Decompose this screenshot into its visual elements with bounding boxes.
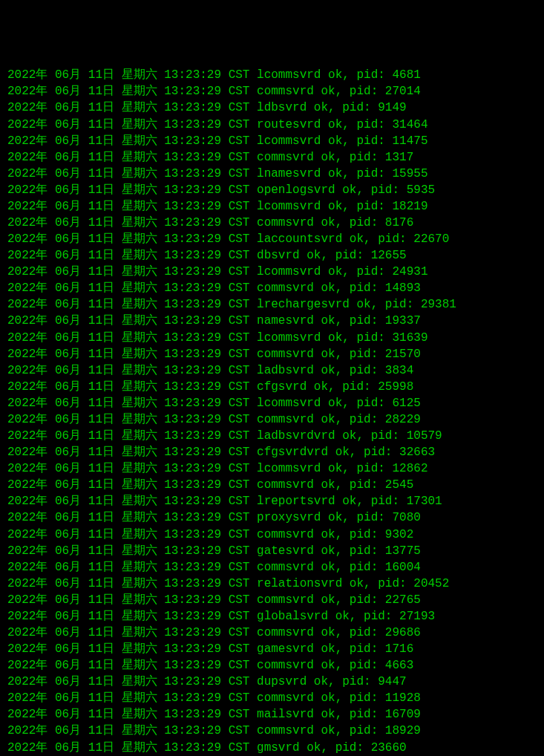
log-line: 2022年 06月 11日 星期六 13:23:29 CST mailsvrd … bbox=[7, 706, 537, 723]
log-line: 2022年 06月 11日 星期六 13:23:29 CST commsvrd … bbox=[7, 149, 537, 166]
log-line: 2022年 06月 11日 星期六 13:23:29 CST lcommsvrd… bbox=[7, 395, 537, 411]
log-line: 2022年 06月 11日 星期六 13:23:29 CST commsvrd … bbox=[7, 559, 537, 576]
log-line: 2022年 06月 11日 星期六 13:23:29 CST commsvrd … bbox=[7, 527, 537, 543]
log-line: 2022年 06月 11日 星期六 13:23:29 CST commsvrd … bbox=[7, 690, 537, 706]
log-line: 2022年 06月 11日 星期六 13:23:29 CST lnamesvrd… bbox=[7, 166, 537, 182]
log-line: 2022年 06月 11日 星期六 13:23:29 CST lrecharge… bbox=[7, 296, 537, 313]
log-line: 2022年 06月 11日 星期六 13:23:29 CST laccounts… bbox=[7, 231, 537, 247]
log-line: 2022年 06月 11日 星期六 13:23:29 CST namesvrd … bbox=[7, 313, 537, 329]
log-line: 2022年 06月 11日 星期六 13:23:29 CST routesvrd… bbox=[7, 117, 537, 133]
log-line: 2022年 06月 11日 星期六 13:23:29 CST commsvrd … bbox=[7, 83, 537, 100]
log-line: 2022年 06月 11日 星期六 13:23:29 CST commsvrd … bbox=[7, 215, 537, 231]
log-line: 2022年 06月 11日 星期六 13:23:29 CST proxysvrd… bbox=[7, 509, 537, 526]
log-line: 2022年 06月 11日 星期六 13:23:29 CST commsvrd … bbox=[7, 723, 537, 739]
log-line: 2022年 06月 11日 星期六 13:23:29 CST gatesvrd … bbox=[7, 543, 537, 559]
log-line: 2022年 06月 11日 星期六 13:23:29 CST lcommsvrd… bbox=[7, 133, 537, 149]
log-line: 2022年 06月 11日 星期六 13:23:29 CST cfgsvrd o… bbox=[7, 379, 537, 395]
log-line: 2022年 06月 11日 星期六 13:23:29 CST relations… bbox=[7, 576, 537, 592]
log-line: 2022年 06月 11日 星期六 13:23:29 CST lcommsvrd… bbox=[7, 198, 537, 215]
log-line: 2022年 06月 11日 星期六 13:23:29 CST commsvrd … bbox=[7, 625, 537, 641]
log-line: 2022年 06月 11日 星期六 13:23:29 CST commsvrd … bbox=[7, 477, 537, 493]
log-line: 2022年 06月 11日 星期六 13:23:29 CST ldbsvrd o… bbox=[7, 100, 537, 116]
log-line: 2022年 06月 11日 星期六 13:23:29 CST lcommsvrd… bbox=[7, 67, 537, 83]
log-line: 2022年 06月 11日 星期六 13:23:29 CST cfgsvrdvr… bbox=[7, 444, 537, 460]
log-line: 2022年 06月 11日 星期六 13:23:29 CST dbsvrd ok… bbox=[7, 247, 537, 264]
log-line: 2022年 06月 11日 星期六 13:23:29 CST ladbsvrdv… bbox=[7, 428, 537, 444]
log-line: 2022年 06月 11日 星期六 13:23:29 CST lreportsv… bbox=[7, 493, 537, 509]
log-line: 2022年 06月 11日 星期六 13:23:29 CST commsvrd … bbox=[7, 592, 537, 608]
log-line: 2022年 06月 11日 星期六 13:23:29 CST gamesvrd … bbox=[7, 641, 537, 657]
log-line: 2022年 06月 11日 星期六 13:23:29 CST gmsvrd ok… bbox=[7, 740, 537, 756]
log-line: 2022年 06月 11日 星期六 13:23:29 CST lcommsvrd… bbox=[7, 330, 537, 346]
log-line: 2022年 06月 11日 星期六 13:23:29 CST ladbsvrd … bbox=[7, 362, 537, 379]
log-line: 2022年 06月 11日 星期六 13:23:29 CST globalsvr… bbox=[7, 608, 537, 625]
log-line: 2022年 06月 11日 星期六 13:23:29 CST openlogsv… bbox=[7, 182, 537, 198]
log-line: 2022年 06月 11日 星期六 13:23:29 CST commsvrd … bbox=[7, 411, 537, 428]
log-line: 2022年 06月 11日 星期六 13:23:29 CST commsvrd … bbox=[7, 346, 537, 362]
terminal-output: 2022年 06月 11日 星期六 13:23:29 CST lcommsvrd… bbox=[7, 67, 537, 756]
log-line: 2022年 06月 11日 星期六 13:23:29 CST lcommsvrd… bbox=[7, 460, 537, 477]
log-line: 2022年 06月 11日 星期六 13:23:29 CST commsvrd … bbox=[7, 280, 537, 296]
log-line: 2022年 06月 11日 星期六 13:23:29 CST commsvrd … bbox=[7, 657, 537, 674]
log-line: 2022年 06月 11日 星期六 13:23:29 CST lcommsvrd… bbox=[7, 264, 537, 280]
log-line: 2022年 06月 11日 星期六 13:23:29 CST dupsvrd o… bbox=[7, 674, 537, 690]
